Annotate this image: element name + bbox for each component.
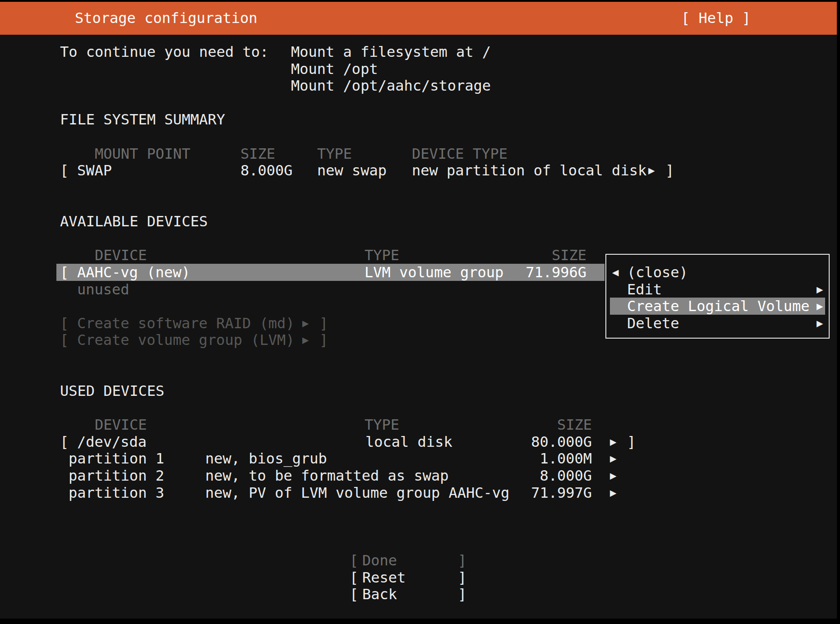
storage-configuration-screen: Storage configuration [ Help ] To contin… bbox=[0, 0, 840, 624]
used-header-type: TYPE bbox=[365, 416, 399, 433]
partition-size: 1.000M bbox=[496, 450, 592, 467]
partition-size: 71.997G bbox=[496, 484, 592, 501]
close-bracket: ] bbox=[458, 552, 466, 569]
used-header-device: DEVICE bbox=[95, 416, 147, 433]
open-bracket: [ bbox=[60, 331, 69, 349]
menu-delete-label: Delete bbox=[627, 315, 679, 332]
open-bracket: [ bbox=[350, 552, 358, 569]
available-row-device: AAHC-vg (new) bbox=[77, 264, 190, 281]
screen-edge-right bbox=[837, 0, 840, 624]
available-row-unused: unused bbox=[77, 281, 129, 298]
available-devices-title: AVAILABLE DEVICES bbox=[60, 213, 208, 230]
reset-label: Reset bbox=[362, 569, 406, 586]
open-bracket: [ bbox=[60, 264, 69, 281]
close-bracket: ] bbox=[319, 315, 328, 332]
close-bracket: ] bbox=[665, 162, 674, 179]
done-label: Done bbox=[362, 552, 397, 569]
right-arrow-icon: ▶ bbox=[648, 162, 655, 179]
open-bracket: [ bbox=[350, 586, 358, 603]
partition-name: partition 1 bbox=[69, 450, 164, 467]
partition-name: partition 3 bbox=[69, 484, 164, 501]
create-vg-label: Create volume group (LVM) bbox=[77, 331, 295, 349]
fs-header-mount-point: MOUNT POINT bbox=[95, 145, 190, 162]
menu-edit-label: Edit bbox=[627, 281, 662, 298]
right-arrow-icon: ▶ bbox=[302, 315, 309, 332]
right-arrow-icon: ▶ bbox=[610, 467, 616, 484]
available-header-size: SIZE bbox=[492, 247, 586, 264]
open-bracket: [ bbox=[350, 569, 358, 586]
fs-header-size: SIZE bbox=[240, 145, 275, 162]
requirement-2: Mount /opt bbox=[291, 60, 378, 78]
close-bracket: ] bbox=[319, 331, 328, 349]
used-disk-size: 80.000G bbox=[496, 433, 592, 450]
create-raid-label: Create software RAID (md) bbox=[77, 315, 295, 332]
help-button[interactable]: [ Help ] bbox=[681, 2, 751, 35]
right-arrow-icon: ▶ bbox=[817, 298, 823, 315]
used-header-size: SIZE bbox=[496, 416, 592, 433]
fs-summary-title: FILE SYSTEM SUMMARY bbox=[60, 111, 225, 128]
open-bracket: [ bbox=[60, 162, 69, 179]
partition-size: 8.000G bbox=[496, 467, 592, 484]
screen-edge-bottom bbox=[0, 619, 840, 624]
close-bracket: ] bbox=[458, 569, 466, 586]
fs-row-mount-point: SWAP bbox=[77, 162, 112, 179]
available-header-type: TYPE bbox=[365, 247, 399, 264]
partition-annotation: new, PV of LVM volume group AAHC-vg bbox=[205, 484, 509, 501]
right-arrow-icon: ▶ bbox=[610, 433, 616, 450]
fs-row-device-type: new partition of local disk bbox=[412, 162, 646, 179]
page-title: Storage configuration bbox=[75, 2, 258, 35]
intro-prefix: To continue you need to: bbox=[60, 43, 268, 60]
partition-name: partition 2 bbox=[69, 467, 164, 484]
fs-row-size: 8.000G bbox=[240, 162, 293, 179]
used-disk-type: local disk bbox=[365, 433, 452, 450]
open-bracket: [ bbox=[60, 315, 69, 332]
back-label: Back bbox=[362, 586, 397, 603]
close-bracket: ] bbox=[458, 586, 466, 603]
requirement-3: Mount /opt/aahc/storage bbox=[291, 77, 491, 94]
available-header-device: DEVICE bbox=[95, 247, 147, 264]
screen-edge-top bbox=[0, 0, 840, 2]
fs-header-type: TYPE bbox=[317, 145, 352, 162]
available-row-type: LVM volume group bbox=[365, 264, 503, 281]
left-arrow-icon: ◀ bbox=[612, 264, 618, 281]
open-bracket: [ bbox=[60, 433, 69, 450]
right-arrow-icon: ▶ bbox=[610, 484, 616, 501]
fs-header-device-type: DEVICE TYPE bbox=[412, 145, 508, 162]
device-context-menu: ◀ (close) Edit ▶ Create Logical Volume ▶… bbox=[605, 254, 830, 339]
fs-row-type: new swap bbox=[317, 162, 387, 179]
close-bracket: ] bbox=[627, 433, 636, 450]
partition-annotation: new, to be formatted as swap bbox=[205, 467, 448, 484]
right-arrow-icon: ▶ bbox=[817, 315, 823, 332]
partition-annotation: new, bios_grub bbox=[205, 450, 327, 467]
menu-close-label: (close) bbox=[627, 264, 688, 281]
menu-create-lv-label: Create Logical Volume bbox=[627, 298, 810, 315]
requirement-1: Mount a filesystem at / bbox=[291, 43, 491, 60]
available-row-size: 71.996G bbox=[492, 264, 586, 281]
right-arrow-icon: ▶ bbox=[610, 450, 616, 467]
right-arrow-icon: ▶ bbox=[817, 281, 823, 298]
title-bar: Storage configuration [ Help ] bbox=[0, 2, 837, 35]
used-disk-device: /dev/sda bbox=[77, 433, 147, 450]
right-arrow-icon: ▶ bbox=[302, 331, 309, 349]
used-devices-title: USED DEVICES bbox=[60, 382, 164, 399]
